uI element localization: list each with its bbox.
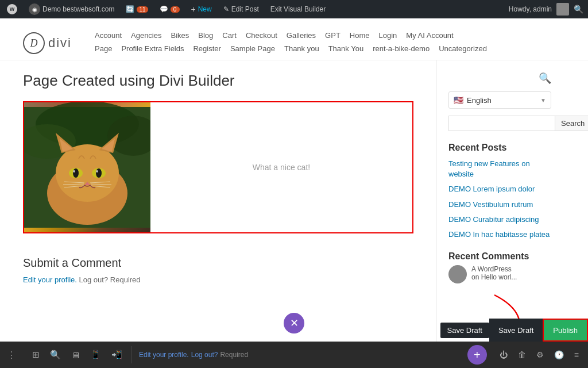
howdy-text: Howdy, admin <box>509 5 552 13</box>
nav-home[interactable]: Home <box>350 30 370 41</box>
recent-posts-title: Recent Posts <box>448 143 551 153</box>
nav-row-2: Page Profile Extra Fields Register Sampl… <box>95 43 565 54</box>
save-draft-button[interactable]: Save Draft <box>489 319 543 342</box>
wp-icon: W <box>7 4 17 14</box>
svg-point-5 <box>56 144 119 202</box>
recent-posts: Recent Posts Testing new Features on web… <box>448 143 551 240</box>
nav-rent-a-bike[interactable]: rent-a-bike-demo <box>373 43 430 54</box>
logo-text: divi <box>48 36 72 51</box>
site-name[interactable]: ◉ Demo bestwebsoft.com <box>26 0 117 18</box>
edit-profile-toolbar-link[interactable]: Edit your profile. <box>139 351 189 359</box>
toolbar-actions: ⏻ 🗑 ⚙ 🕐 ≡ <box>490 347 588 363</box>
site-nav: Account Agencies Bikes Blog Cart Checkou… <box>95 30 565 54</box>
toolbar-links: Edit your profile. Log out? Required <box>132 351 255 359</box>
svg-point-13 <box>96 168 102 178</box>
recent-post-2[interactable]: DEMO Lorem ipsum dolor <box>448 184 551 194</box>
nav-agencies[interactable]: Agencies <box>131 30 161 41</box>
module-caption: What a nice cat! <box>150 102 412 232</box>
divi-toolbar: ⋮ ⊞ 🔍 🖥 📱 📲 Edit your profile. Log out? … <box>0 342 588 368</box>
chevron-down-icon: ▼ <box>540 97 546 103</box>
wp-logo[interactable]: W <box>5 0 20 18</box>
nav-cart[interactable]: Cart <box>222 30 237 41</box>
comment-note: Edit your profile. Log out? Required <box>23 275 413 284</box>
toolbar-settings-icon[interactable]: ⚙ <box>532 347 548 363</box>
publish-bar: Save Draft Save Draft Publish <box>440 319 588 342</box>
save-draft-tooltip: Save Draft <box>440 323 489 338</box>
nav-bikes[interactable]: Bikes <box>171 30 189 41</box>
nav-uncategorized[interactable]: Uncategorized <box>439 43 487 54</box>
site-header: D divi Account Agencies Bikes Blog Cart … <box>0 18 588 60</box>
search-input[interactable] <box>448 116 555 131</box>
toolbar-handle[interactable]: ⋮ <box>0 350 23 361</box>
search-button[interactable]: Search <box>555 116 588 131</box>
comment-text: A WordPresson Hello worl... <box>471 265 517 281</box>
recent-post-5[interactable]: DEMO In hac habitasse platea <box>448 229 551 240</box>
nav-row-1: Account Agencies Bikes Blog Cart Checkou… <box>95 30 565 41</box>
admin-search-icon[interactable]: 🔍 <box>574 5 583 14</box>
recent-post-3[interactable]: DEMO Vestibulum rutrum <box>448 200 551 210</box>
site-logo: ◉ <box>29 3 40 15</box>
language-label: English <box>467 96 540 105</box>
divi-module: What a nice cat! <box>23 101 413 233</box>
svg-point-12 <box>73 168 79 178</box>
sidebar-search-icon[interactable]: 🔍 <box>448 72 551 85</box>
svg-point-15 <box>96 170 98 172</box>
recent-comment-item: A WordPresson Hello worl... <box>448 265 551 283</box>
page-title: Page Created using Divi Builder <box>23 72 413 90</box>
toolbar-bars-icon[interactable]: ≡ <box>570 347 583 363</box>
nav-thank-you-upper[interactable]: Thank You <box>328 43 363 54</box>
recent-comments-section: Recent Comments A WordPresson Hello worl… <box>448 251 551 283</box>
flag-icon: 🇺🇸 <box>454 95 463 105</box>
recent-post-4[interactable]: DEMO Curabitur adipiscing <box>448 214 551 225</box>
recent-comments-title: Recent Comments <box>448 251 551 262</box>
toolbar-power-icon[interactable]: ⏻ <box>495 347 512 363</box>
new-item[interactable]: + New <box>189 0 214 18</box>
edit-post-item[interactable]: ✎ Edit Post <box>221 0 261 18</box>
toolbar-clock-icon[interactable]: 🕐 <box>550 347 568 363</box>
updates-item[interactable]: 🔄 11 <box>123 0 150 18</box>
toolbar-mobile-icon[interactable]: 📲 <box>107 346 127 363</box>
comment-title: Submit a Comment <box>23 256 413 270</box>
cat-image <box>24 102 150 232</box>
recent-post-1[interactable]: Testing new Features on website <box>448 159 551 179</box>
close-button[interactable]: ✕ <box>284 313 304 334</box>
nav-my-ai-account[interactable]: My AI Account <box>406 30 453 41</box>
logout-link[interactable]: Log out? <box>191 351 218 359</box>
nav-blog[interactable]: Blog <box>198 30 213 41</box>
nav-sample-page[interactable]: Sample Page <box>230 43 275 54</box>
new-label: New <box>198 5 212 13</box>
commenter-avatar <box>448 265 467 283</box>
language-selector[interactable]: 🇺🇸 English ▼ <box>448 91 551 109</box>
toolbar-desktop-icon[interactable]: 🖥 <box>67 347 84 363</box>
search-box: Search <box>448 116 551 131</box>
toolbar-add-button[interactable]: + <box>467 345 487 365</box>
site-logo[interactable]: D divi <box>23 32 72 54</box>
nav-galleries[interactable]: Galleries <box>287 30 316 41</box>
nav-checkout[interactable]: Checkout <box>246 30 277 41</box>
nav-gpt[interactable]: GPT <box>325 30 341 41</box>
admin-bar: W ◉ Demo bestwebsoft.com 🔄 11 💬 0 + New … <box>0 0 588 18</box>
nav-register[interactable]: Register <box>193 43 220 54</box>
toolbar-search-icon[interactable]: 🔍 <box>45 346 65 363</box>
nav-profile-extra[interactable]: Profile Extra Fields <box>121 43 184 54</box>
toolbar-trash-icon[interactable]: 🗑 <box>513 347 531 363</box>
required-text: Required <box>220 351 248 359</box>
toolbar-grid-icon[interactable]: ⊞ <box>28 346 44 363</box>
admin-bar-right: Howdy, admin 🔍 <box>509 3 583 16</box>
svg-point-14 <box>73 170 75 172</box>
nav-page[interactable]: Page <box>95 43 112 54</box>
toolbar-tablet-icon[interactable]: 📱 <box>86 346 106 363</box>
publish-button[interactable]: Publish <box>543 319 588 342</box>
toolbar-icon-group: ⊞ 🔍 🖥 📱 📲 <box>23 346 132 363</box>
nav-thank-you-lower[interactable]: Thank you <box>284 43 319 54</box>
comments-item[interactable]: 💬 0 <box>157 0 182 18</box>
nav-login[interactable]: Login <box>379 30 397 41</box>
content-area: Page Created using Divi Builder <box>0 60 436 368</box>
logo-circle: D <box>23 32 45 54</box>
edit-profile-link[interactable]: Edit your profile. <box>23 275 77 284</box>
exit-builder-item[interactable]: Exit Visual Builder <box>268 0 328 18</box>
comment-section: Submit a Comment Edit your profile. Log … <box>23 251 413 284</box>
nav-account[interactable]: Account <box>95 30 122 41</box>
admin-avatar[interactable] <box>556 3 569 16</box>
